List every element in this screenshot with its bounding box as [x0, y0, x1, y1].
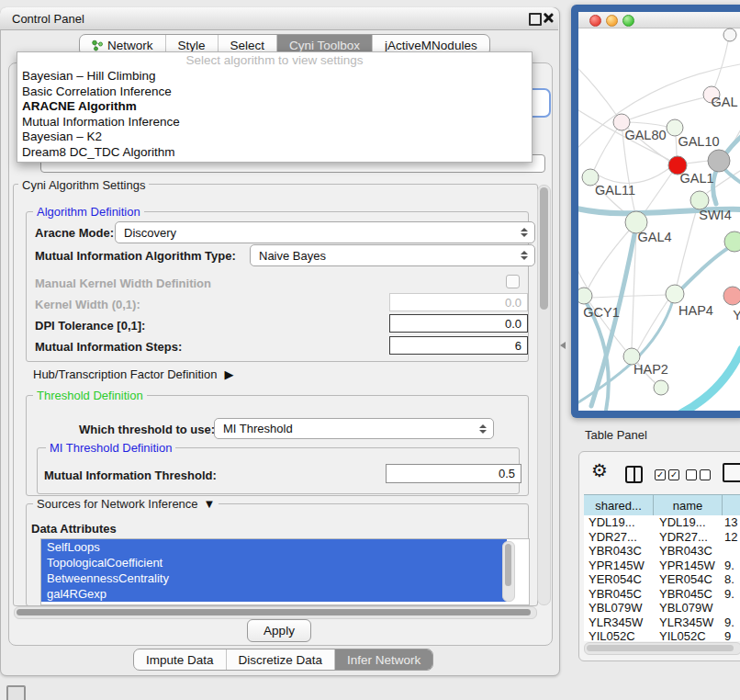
network-node-swi4[interactable]	[690, 191, 709, 209]
network-edge[interactable]	[686, 161, 709, 164]
table-row[interactable]: YBR045CYBR045C9.	[584, 587, 740, 602]
checked-checkbox-icon[interactable]: ✓	[655, 469, 666, 480]
network-edge[interactable]	[681, 349, 740, 411]
table-row[interactable]: YDL19...YDL19...13	[584, 515, 740, 530]
settings-vertical-scrollbar-thumb[interactable]	[540, 187, 548, 310]
kernel-width-field[interactable]: 0.0	[389, 293, 528, 311]
algorithm-definition-title: Algorithm Definition	[33, 205, 144, 219]
table-row[interactable]: YDR27...YDR27...12	[584, 530, 740, 545]
network-node[interactable]	[724, 231, 740, 252]
manual-kernel-checkbox[interactable]	[506, 275, 520, 288]
table-cell: 9	[721, 629, 740, 641]
corner-partial-icon[interactable]	[6, 685, 26, 700]
algorithm-dropdown-list[interactable]: Select algorithm to view settings Bayesi…	[17, 51, 533, 163]
table-cell: 12	[721, 530, 740, 544]
aracne-mode-select[interactable]: Discovery	[115, 221, 535, 243]
which-threshold-value: MI Threshold	[223, 422, 293, 435]
network-edge[interactable]	[714, 41, 728, 88]
algorithm-option[interactable]: Bayesian – Hill Climbing	[17, 69, 532, 85]
table-cell: 13	[721, 515, 740, 529]
network-node-label: GAL10	[678, 134, 719, 149]
which-threshold-select[interactable]: MI Threshold	[214, 418, 494, 439]
algorithm-option[interactable]: Dream8 DC_TDC Algorithm	[17, 145, 532, 161]
minimize-traffic-light[interactable]	[606, 15, 618, 27]
table-cell: 9.	[721, 587, 740, 601]
tab-label: Network	[107, 39, 153, 52]
close-traffic-light[interactable]	[589, 15, 601, 27]
tab-discretize-data[interactable]: Discretize Data	[226, 649, 335, 670]
stepper-arrows-icon	[521, 251, 528, 260]
network-edge[interactable]	[591, 295, 667, 298]
network-node-hap4[interactable]	[666, 285, 684, 303]
column-header-name[interactable]: name	[654, 495, 723, 515]
network-node[interactable]	[708, 150, 730, 172]
attribute-item[interactable]: TopologicalCoefficient	[41, 555, 507, 570]
table-header: shared... name	[584, 494, 740, 516]
attribute-item[interactable]: gal4RGexp	[41, 586, 507, 602]
settings-horizontal-scrollbar-thumb[interactable]	[17, 609, 531, 615]
network-node[interactable]	[723, 28, 736, 41]
column-header-partial[interactable]	[723, 495, 740, 515]
splitter-collapse-icon[interactable]	[560, 342, 566, 349]
table-cell: YLR345W	[584, 615, 653, 629]
columns-icon[interactable]	[625, 466, 643, 483]
mi-threshold-field[interactable]: 0.5	[386, 464, 521, 483]
network-window-titlebar[interactable]	[578, 12, 740, 28]
network-node[interactable]	[654, 380, 668, 395]
attributes-scrollbar-thumb[interactable]	[505, 544, 511, 586]
table-row[interactable]: YLR345WYLR345W9.	[584, 615, 740, 630]
dpi-tolerance-field[interactable]: 0.0	[389, 314, 528, 333]
apply-button[interactable]: Apply	[247, 619, 311, 642]
network-edge[interactable]	[578, 69, 617, 116]
network-node-y[interactable]	[723, 287, 740, 305]
algorithm-options: Bayesian – Hill ClimbingBasic Correlatio…	[17, 69, 532, 160]
hub-definition-toggle[interactable]: Hub/Transcription Factor Definition▶	[33, 367, 233, 381]
network-edge[interactable]	[677, 209, 697, 286]
checked-checkbox-icon[interactable]: ✓	[668, 469, 679, 480]
table-cell: YPR145W	[584, 559, 653, 572]
float-window-icon[interactable]	[529, 13, 542, 26]
algorithm-option[interactable]: ARACNE Algorithm	[17, 99, 532, 115]
mi-steps-field[interactable]: 6	[389, 336, 528, 355]
algorithm-option[interactable]: Bayesian – K2	[17, 130, 532, 145]
network-edge[interactable]	[676, 136, 677, 157]
sources-group-title[interactable]: Sources for Network Inference▼	[33, 497, 219, 511]
network-edge[interactable]	[622, 97, 705, 122]
tab-label: Select	[230, 39, 265, 52]
table-partial-icon[interactable]	[723, 463, 740, 482]
table-row[interactable]: YBR043CYBR043C	[584, 544, 740, 559]
settings-vertical-scrollbar[interactable]	[537, 185, 551, 605]
settings-horizontal-scrollbar[interactable]	[14, 606, 537, 619]
network-edge[interactable]	[597, 168, 669, 183]
unchecked-checkbox-icon[interactable]	[686, 469, 697, 480]
table-row[interactable]: YBL079WYBL079W	[584, 601, 740, 615]
table-cell: 9.	[721, 559, 740, 572]
mi-algorithm-type-select[interactable]: Naive Bayes	[250, 244, 535, 266]
algorithm-option[interactable]: Basic Correlation Inference	[17, 85, 532, 100]
network-edge[interactable]	[643, 173, 672, 215]
table-cell: YER054C	[584, 572, 653, 586]
network-icon	[92, 40, 103, 51]
tab-impute-data[interactable]: Impute Data	[134, 649, 226, 670]
attribute-item[interactable]: SelfLoops	[41, 539, 507, 555]
table-row[interactable]: YIL052CYIL052C9	[584, 629, 740, 641]
network-canvas[interactable]: GAL80GAL10GALGAL1GAL11SWI4GAL4GCY1HAP4YH…	[578, 28, 740, 411]
cyni-bottom-tabbar: Impute Data Discretize Data Infer Networ…	[133, 649, 433, 671]
data-attributes-list[interactable]: SelfLoopsTopologicalCoefficientBetweenne…	[40, 538, 530, 605]
table-row[interactable]: YPR145WYPR145W9.	[584, 559, 740, 573]
attributes-scrollbar[interactable]	[502, 541, 515, 602]
algorithm-option[interactable]: Mutual Information Inference	[17, 115, 532, 130]
table-row[interactable]: YER054CYER054C8.	[584, 572, 740, 587]
table-horizontal-scrollbar-thumb[interactable]	[587, 645, 734, 651]
close-icon[interactable]	[543, 12, 555, 24]
network-edge[interactable]	[578, 259, 588, 288]
unchecked-checkbox-icon[interactable]	[700, 469, 711, 480]
table-horizontal-scrollbar[interactable]	[584, 642, 740, 655]
zoom-traffic-light[interactable]	[622, 15, 634, 27]
tab-infer-network[interactable]: Infer Network	[334, 649, 432, 670]
network-node-label: HAP4	[678, 303, 713, 318]
attribute-item[interactable]: BetweennessCentrality	[41, 570, 507, 586]
column-header-shared[interactable]: shared...	[584, 495, 654, 515]
network-node-gcy1[interactable]	[578, 288, 592, 304]
gear-icon[interactable]: ⚙	[591, 461, 608, 480]
